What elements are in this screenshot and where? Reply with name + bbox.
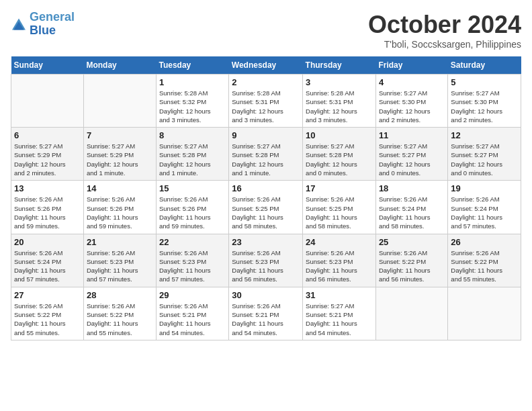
day-number: 5: [451, 77, 518, 87]
day-number: 27: [14, 290, 81, 300]
calendar-cell: 23Sunrise: 5:26 AM Sunset: 5:23 PM Dayli…: [229, 234, 303, 287]
calendar-cell: 3Sunrise: 5:28 AM Sunset: 5:31 PM Daylig…: [303, 75, 376, 128]
weekday-header-wednesday: Wednesday: [229, 56, 303, 75]
month-title: October 2024: [368, 11, 521, 39]
day-info: Sunrise: 5:27 AM Sunset: 5:28 PM Dayligh…: [159, 142, 226, 177]
day-info: Sunrise: 5:26 AM Sunset: 5:23 PM Dayligh…: [232, 248, 300, 284]
calendar-cell: 21Sunrise: 5:26 AM Sunset: 5:23 PM Dayli…: [83, 234, 156, 287]
day-info: Sunrise: 5:26 AM Sunset: 5:26 PM Dayligh…: [14, 195, 81, 230]
day-info: Sunrise: 5:27 AM Sunset: 5:29 PM Dayligh…: [14, 142, 81, 177]
day-number: 28: [87, 290, 153, 300]
day-number: 24: [306, 237, 373, 247]
calendar-cell: 16Sunrise: 5:26 AM Sunset: 5:25 PM Dayli…: [229, 181, 303, 234]
day-info: Sunrise: 5:26 AM Sunset: 5:23 PM Dayligh…: [87, 248, 153, 284]
weekday-header-monday: Monday: [83, 56, 156, 75]
day-info: Sunrise: 5:27 AM Sunset: 5:21 PM Dayligh…: [306, 302, 373, 337]
day-number: 22: [159, 237, 226, 247]
logo-icon: [11, 17, 27, 31]
day-info: Sunrise: 5:26 AM Sunset: 5:21 PM Dayligh…: [232, 302, 300, 337]
calendar-cell: 24Sunrise: 5:26 AM Sunset: 5:23 PM Dayli…: [303, 234, 376, 287]
weekday-header-sunday: Sunday: [11, 56, 84, 75]
calendar-week-row: 1Sunrise: 5:28 AM Sunset: 5:32 PM Daylig…: [11, 75, 521, 128]
day-number: 26: [451, 237, 518, 247]
day-info: Sunrise: 5:26 AM Sunset: 5:22 PM Dayligh…: [379, 248, 445, 284]
day-number: 14: [87, 183, 153, 193]
day-info: Sunrise: 5:26 AM Sunset: 5:22 PM Dayligh…: [451, 248, 518, 284]
day-number: 29: [159, 290, 226, 300]
calendar-cell: 5Sunrise: 5:27 AM Sunset: 5:30 PM Daylig…: [448, 75, 521, 128]
day-info: Sunrise: 5:26 AM Sunset: 5:21 PM Dayligh…: [159, 302, 226, 337]
day-number: 7: [87, 130, 153, 140]
calendar-cell: 12Sunrise: 5:27 AM Sunset: 5:27 PM Dayli…: [448, 128, 521, 181]
day-info: Sunrise: 5:27 AM Sunset: 5:28 PM Dayligh…: [232, 142, 300, 177]
day-number: 16: [232, 183, 300, 193]
day-info: Sunrise: 5:26 AM Sunset: 5:26 PM Dayligh…: [87, 195, 153, 230]
calendar-cell: 7Sunrise: 5:27 AM Sunset: 5:29 PM Daylig…: [83, 128, 156, 181]
calendar-cell: 13Sunrise: 5:26 AM Sunset: 5:26 PM Dayli…: [11, 181, 84, 234]
day-info: Sunrise: 5:28 AM Sunset: 5:31 PM Dayligh…: [306, 89, 373, 124]
weekday-header-tuesday: Tuesday: [157, 56, 229, 75]
logo-text: General Blue: [30, 11, 75, 38]
calendar-week-row: 20Sunrise: 5:26 AM Sunset: 5:24 PM Dayli…: [11, 234, 521, 287]
day-info: Sunrise: 5:27 AM Sunset: 5:28 PM Dayligh…: [306, 142, 373, 177]
calendar-cell: 4Sunrise: 5:27 AM Sunset: 5:30 PM Daylig…: [375, 75, 447, 128]
day-number: 2: [232, 77, 300, 87]
day-info: Sunrise: 5:26 AM Sunset: 5:24 PM Dayligh…: [379, 195, 445, 230]
day-info: Sunrise: 5:27 AM Sunset: 5:27 PM Dayligh…: [451, 142, 518, 177]
calendar-cell: 14Sunrise: 5:26 AM Sunset: 5:26 PM Dayli…: [83, 181, 156, 234]
calendar-week-row: 13Sunrise: 5:26 AM Sunset: 5:26 PM Dayli…: [11, 181, 521, 234]
weekday-header-thursday: Thursday: [303, 56, 376, 75]
day-number: 19: [451, 183, 518, 193]
calendar-cell: [375, 287, 447, 340]
calendar-cell: 27Sunrise: 5:26 AM Sunset: 5:22 PM Dayli…: [11, 287, 84, 340]
day-number: 20: [14, 237, 81, 247]
day-number: 25: [379, 237, 445, 247]
calendar-cell: 11Sunrise: 5:27 AM Sunset: 5:27 PM Dayli…: [375, 128, 447, 181]
calendar-cell: 29Sunrise: 5:26 AM Sunset: 5:21 PM Dayli…: [157, 287, 229, 340]
day-info: Sunrise: 5:27 AM Sunset: 5:27 PM Dayligh…: [379, 142, 445, 177]
day-number: 10: [306, 130, 373, 140]
calendar-cell: 19Sunrise: 5:26 AM Sunset: 5:24 PM Dayli…: [448, 181, 521, 234]
day-info: Sunrise: 5:27 AM Sunset: 5:30 PM Dayligh…: [451, 89, 518, 124]
calendar-cell: 30Sunrise: 5:26 AM Sunset: 5:21 PM Dayli…: [229, 287, 303, 340]
calendar-cell: 26Sunrise: 5:26 AM Sunset: 5:22 PM Dayli…: [448, 234, 521, 287]
calendar-week-row: 6Sunrise: 5:27 AM Sunset: 5:29 PM Daylig…: [11, 128, 521, 181]
day-number: 23: [232, 237, 300, 247]
weekday-header-friday: Friday: [375, 56, 447, 75]
day-number: 13: [14, 183, 81, 193]
calendar-cell: 15Sunrise: 5:26 AM Sunset: 5:26 PM Dayli…: [157, 181, 229, 234]
calendar-cell: [83, 75, 156, 128]
day-info: Sunrise: 5:27 AM Sunset: 5:30 PM Dayligh…: [379, 89, 445, 124]
day-number: 12: [451, 130, 518, 140]
page-header: General Blue October 2024 T'boli, Soccsk…: [11, 11, 521, 50]
weekday-header-saturday: Saturday: [448, 56, 521, 75]
day-info: Sunrise: 5:26 AM Sunset: 5:26 PM Dayligh…: [159, 195, 226, 230]
calendar-cell: [448, 287, 521, 340]
calendar-cell: 6Sunrise: 5:27 AM Sunset: 5:29 PM Daylig…: [11, 128, 84, 181]
day-info: Sunrise: 5:28 AM Sunset: 5:31 PM Dayligh…: [232, 89, 300, 124]
calendar-cell: [11, 75, 84, 128]
day-info: Sunrise: 5:26 AM Sunset: 5:25 PM Dayligh…: [306, 195, 373, 230]
day-number: 1: [159, 77, 226, 87]
day-info: Sunrise: 5:26 AM Sunset: 5:23 PM Dayligh…: [306, 248, 373, 284]
calendar-cell: 31Sunrise: 5:27 AM Sunset: 5:21 PM Dayli…: [303, 287, 376, 340]
day-info: Sunrise: 5:26 AM Sunset: 5:25 PM Dayligh…: [232, 195, 300, 230]
calendar-cell: 10Sunrise: 5:27 AM Sunset: 5:28 PM Dayli…: [303, 128, 376, 181]
calendar-cell: 25Sunrise: 5:26 AM Sunset: 5:22 PM Dayli…: [375, 234, 447, 287]
location: T'boli, Soccsksargen, Philippines: [368, 39, 521, 50]
calendar-cell: 1Sunrise: 5:28 AM Sunset: 5:32 PM Daylig…: [157, 75, 229, 128]
day-number: 3: [306, 77, 373, 87]
day-info: Sunrise: 5:26 AM Sunset: 5:24 PM Dayligh…: [451, 195, 518, 230]
weekday-header-row: SundayMondayTuesdayWednesdayThursdayFrid…: [11, 56, 521, 75]
calendar-cell: 8Sunrise: 5:27 AM Sunset: 5:28 PM Daylig…: [157, 128, 229, 181]
logo: General Blue: [11, 11, 75, 38]
day-number: 6: [14, 130, 81, 140]
day-info: Sunrise: 5:28 AM Sunset: 5:32 PM Dayligh…: [159, 89, 226, 124]
day-number: 11: [379, 130, 445, 140]
title-block: October 2024 T'boli, Soccsksargen, Phili…: [368, 11, 521, 50]
day-number: 15: [159, 183, 226, 193]
day-info: Sunrise: 5:27 AM Sunset: 5:29 PM Dayligh…: [87, 142, 153, 177]
day-info: Sunrise: 5:26 AM Sunset: 5:23 PM Dayligh…: [159, 248, 226, 284]
calendar-cell: 18Sunrise: 5:26 AM Sunset: 5:24 PM Dayli…: [375, 181, 447, 234]
calendar-cell: 28Sunrise: 5:26 AM Sunset: 5:22 PM Dayli…: [83, 287, 156, 340]
